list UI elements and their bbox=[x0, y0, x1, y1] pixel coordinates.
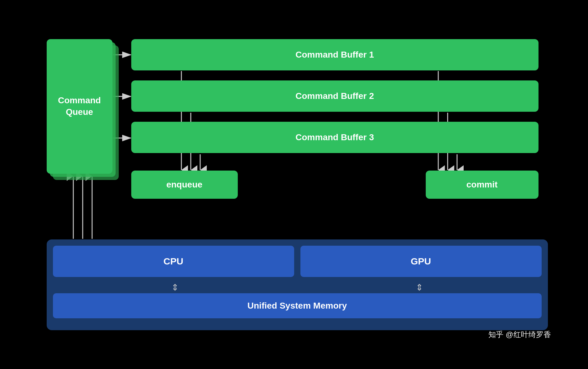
command-buffer-2: Command Buffer 2 bbox=[131, 80, 539, 112]
gpu-memory-arrow: ⇕ bbox=[302, 282, 537, 293]
command-buffer-1: Command Buffer 1 bbox=[131, 39, 539, 70]
gpu-box: GPU bbox=[300, 246, 542, 277]
action-boxes: enqueue commit bbox=[131, 171, 539, 199]
command-queue-card-front: Command Queue bbox=[47, 39, 112, 174]
command-buffer-3: Command Buffer 3 bbox=[131, 122, 539, 153]
processor-row: CPU GPU bbox=[53, 246, 542, 277]
cpu-memory-arrow: ⇕ bbox=[58, 282, 292, 293]
diagram-container: Command Queue Command Buffer 1 Command B… bbox=[28, 20, 560, 349]
system-area: CPU GPU ⇕ ⇕ Unified System Memory bbox=[47, 239, 548, 330]
enqueue-box: enqueue bbox=[131, 171, 238, 199]
watermark: 知乎 @红叶绮罗香 bbox=[488, 330, 551, 340]
unified-memory-box: Unified System Memory bbox=[53, 293, 542, 318]
cpu-box: CPU bbox=[53, 246, 294, 277]
command-queue-stack: Command Queue bbox=[47, 39, 112, 183]
commit-box: commit bbox=[426, 171, 539, 199]
command-queue-label: Command Queue bbox=[58, 95, 101, 118]
buffers-section: Command Buffer 1 Command Buffer 2 Comman… bbox=[131, 39, 539, 163]
